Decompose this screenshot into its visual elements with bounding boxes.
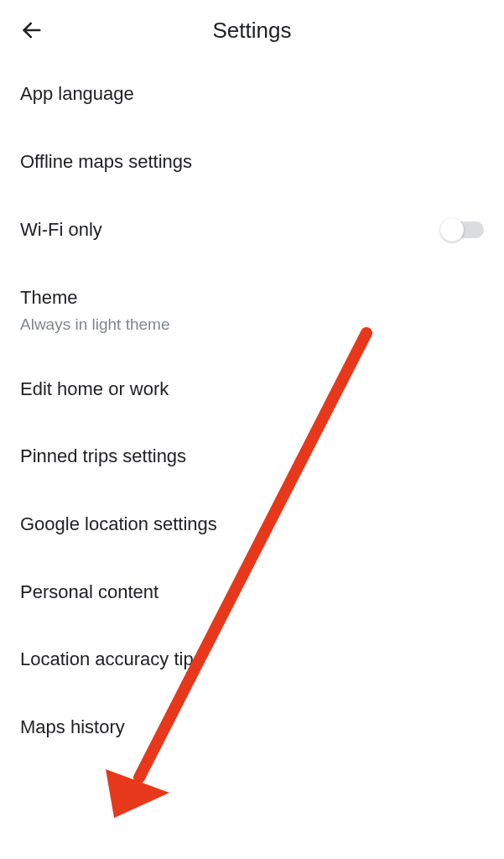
back-button[interactable]	[20, 18, 44, 42]
setting-offline-maps[interactable]: Offline maps settings	[20, 128, 484, 196]
setting-text: Wi-Fi only	[20, 218, 102, 242]
setting-label: Offline maps settings	[20, 150, 192, 174]
setting-text: Pinned trips settings	[20, 445, 186, 469]
setting-edit-home-work[interactable]: Edit home or work	[20, 356, 484, 424]
back-arrow-icon	[20, 18, 44, 42]
setting-google-location[interactable]: Google location settings	[20, 491, 484, 559]
setting-sublabel: Always in light theme	[20, 315, 169, 334]
setting-label: Theme	[20, 286, 169, 310]
settings-list: App language Offline maps settings Wi-Fi…	[0, 60, 504, 761]
page-title: Settings	[213, 18, 292, 44]
setting-label: Maps history	[20, 716, 125, 740]
setting-pinned-trips[interactable]: Pinned trips settings	[20, 423, 484, 491]
setting-text: Theme Always in light theme	[20, 286, 169, 334]
setting-label: Edit home or work	[20, 377, 169, 402]
setting-label: Personal content	[20, 580, 158, 605]
setting-label: Pinned trips settings	[20, 445, 186, 469]
setting-location-accuracy[interactable]: Location accuracy tips	[20, 626, 484, 694]
setting-label: Wi-Fi only	[20, 218, 102, 242]
setting-theme[interactable]: Theme Always in light theme	[20, 264, 484, 356]
setting-text: Google location settings	[20, 513, 217, 537]
svg-marker-2	[106, 769, 169, 818]
setting-maps-history[interactable]: Maps history	[20, 694, 484, 762]
setting-wifi-only[interactable]: Wi-Fi only	[20, 195, 484, 264]
setting-text: Maps history	[20, 716, 125, 740]
header-bar: Settings	[0, 0, 504, 60]
setting-personal-content[interactable]: Personal content	[20, 559, 484, 627]
setting-label: App language	[20, 82, 134, 107]
setting-text: Personal content	[20, 580, 158, 605]
setting-text: Edit home or work	[20, 377, 169, 402]
wifi-only-toggle[interactable]	[440, 217, 484, 242]
toggle-thumb	[440, 218, 464, 242]
setting-text: App language	[20, 82, 134, 107]
setting-label: Google location settings	[20, 513, 217, 537]
setting-text: Location accuracy tips	[20, 648, 203, 672]
setting-text: Offline maps settings	[20, 150, 192, 174]
setting-label: Location accuracy tips	[20, 648, 203, 672]
setting-app-language[interactable]: App language	[20, 60, 484, 128]
